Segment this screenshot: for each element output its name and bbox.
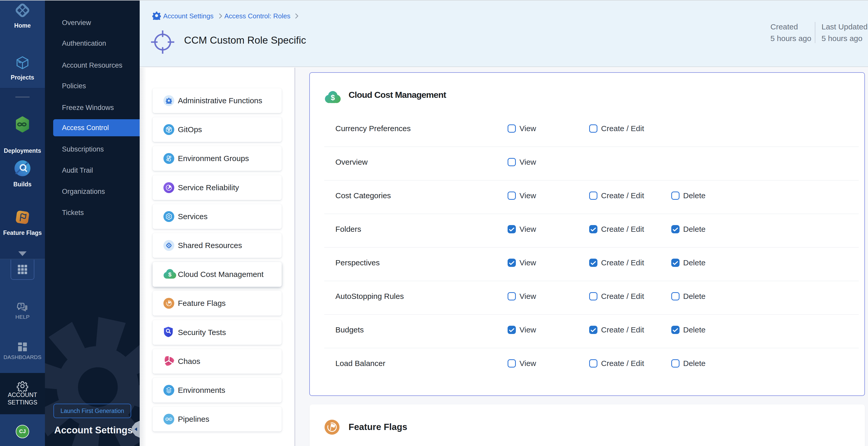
svg-text:?: ? [20,304,23,308]
svg-text:$: $ [331,93,335,102]
svg-text:$: $ [168,271,172,278]
